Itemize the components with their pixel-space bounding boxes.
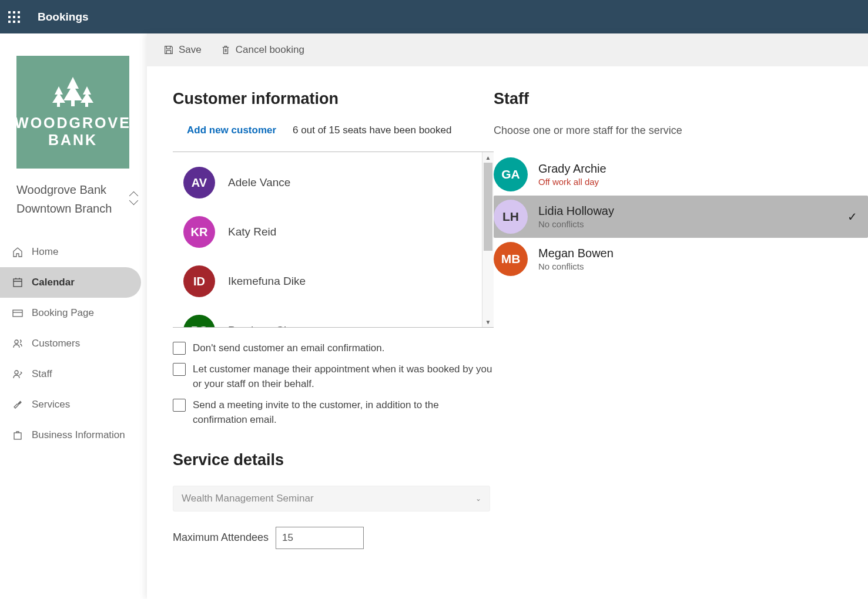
calendar-icon — [12, 277, 24, 288]
svg-rect-5 — [85, 103, 88, 107]
customer-list: AVAdele VanceKRKaty ReidIDIkemefuna Dike… — [173, 152, 494, 328]
brand-line-1: WOODGROVE — [15, 115, 131, 132]
brand-line-2: BANK — [48, 132, 98, 149]
home-icon — [12, 246, 24, 258]
nav-item-label: Home — [32, 246, 58, 258]
staff-name: Megan Bowen — [538, 247, 857, 260]
app-title: Bookings — [38, 11, 89, 23]
chevron-down-icon: ⌄ — [475, 494, 481, 503]
customer-list-scrollbar[interactable]: ▲ ▼ — [482, 152, 494, 327]
booking-page-icon — [12, 307, 24, 319]
staff-status: No conflicts — [538, 219, 837, 229]
business-info-icon — [12, 429, 24, 441]
nav-item-label: Staff — [32, 368, 52, 380]
customer-avatar: PC — [183, 315, 215, 327]
service-details-title: Service details — [173, 451, 494, 469]
customer-avatar: KR — [183, 216, 215, 248]
staff-subtext: Choose one or more staff for the service — [494, 124, 868, 137]
service-select-value: Wealth Management Seminar — [182, 493, 314, 504]
svg-rect-4 — [57, 103, 60, 107]
staff-status: Off work all day — [538, 177, 857, 187]
save-button[interactable]: Save — [163, 44, 202, 56]
trash-icon — [220, 45, 231, 55]
nav: HomeCalendarBooking PageCustomersStaffSe… — [0, 237, 147, 450]
customer-name: Prashant Chourey — [228, 324, 318, 327]
nav-item-home[interactable]: Home — [0, 237, 147, 267]
checkbox-let-manage[interactable] — [173, 363, 186, 376]
checkbox-send-invite[interactable] — [173, 399, 186, 412]
checkbox-send-invite-label: Send a meeting invite to the customer, i… — [193, 398, 494, 428]
checkbox-let-manage-label: Let customer manage their appointment wh… — [193, 362, 494, 392]
app-launcher-icon[interactable] — [8, 11, 20, 23]
svg-rect-6 — [14, 279, 22, 287]
toolbar: Save Cancel booking — [147, 33, 868, 66]
nav-item-services[interactable]: Services — [0, 389, 147, 420]
customer-avatar: AV — [183, 167, 215, 198]
customers-icon — [12, 338, 24, 349]
save-label: Save — [179, 44, 202, 56]
service-select[interactable]: Wealth Management Seminar ⌄ — [173, 486, 490, 511]
svg-marker-2 — [81, 86, 93, 103]
staff-status: No conflicts — [538, 261, 857, 271]
staff-title: Staff — [494, 90, 868, 108]
services-icon — [12, 399, 24, 410]
business-switcher[interactable]: Woodgrove Bank Downtown Branch — [0, 169, 147, 226]
staff-name: Lidia Holloway — [538, 204, 837, 218]
cancel-booking-label: Cancel booking — [236, 44, 304, 56]
scroll-up-icon[interactable]: ▲ — [482, 152, 494, 163]
business-logo: WOODGROVE BANK — [16, 56, 129, 169]
nav-item-label: Customers — [32, 338, 80, 349]
save-icon — [163, 45, 174, 55]
customer-avatar: ID — [183, 265, 215, 297]
max-attendees-label: Maximum Attendees — [173, 531, 269, 544]
trees-icon — [43, 76, 102, 111]
staff-avatar: MB — [494, 242, 528, 276]
business-name-line1: Woodgrove Bank — [16, 180, 112, 199]
scroll-thumb[interactable] — [484, 163, 492, 251]
staff-icon — [12, 368, 24, 380]
svg-rect-7 — [13, 310, 22, 317]
add-customer-link[interactable]: Add new customer — [187, 124, 276, 136]
staff-list: GAGrady ArchieOff work all dayLHLidia Ho… — [494, 153, 868, 280]
nav-item-booking-page[interactable]: Booking Page — [0, 298, 147, 328]
staff-avatar: LH — [494, 200, 528, 234]
svg-rect-3 — [71, 100, 75, 106]
svg-point-8 — [15, 340, 18, 344]
checkmark-icon: ✓ — [847, 210, 857, 224]
customer-name: Katy Reid — [228, 226, 276, 238]
checkbox-no-email-label: Don't send customer an email confirmatio… — [193, 341, 494, 356]
nav-item-label: Services — [32, 399, 70, 410]
customer-row[interactable]: AVAdele Vance — [183, 158, 476, 207]
customer-name: Adele Vance — [228, 176, 290, 189]
staff-row[interactable]: MBMegan BowenNo conflicts — [494, 238, 868, 280]
nav-item-label: Business Information — [32, 429, 125, 441]
customer-info-title: Customer information — [173, 90, 494, 108]
seat-status: 6 out of 15 seats have been booked — [293, 124, 451, 136]
sidebar: WOODGROVE BANK Woodgrove Bank Downtown B… — [0, 33, 147, 599]
nav-item-staff[interactable]: Staff — [0, 359, 147, 389]
nav-item-business-info[interactable]: Business Information — [0, 420, 147, 450]
scroll-down-icon[interactable]: ▼ — [482, 317, 494, 327]
staff-avatar: GA — [494, 157, 528, 191]
nav-item-label: Calendar — [32, 277, 75, 288]
main-panel: Save Cancel booking Customer information… — [147, 33, 868, 599]
svg-rect-10 — [14, 433, 21, 439]
customer-row[interactable]: KRKaty Reid — [183, 207, 476, 257]
customer-row[interactable]: PCPrashant Chourey — [183, 306, 476, 327]
customer-row[interactable]: IDIkemefuna Dike — [183, 257, 476, 306]
customer-name: Ikemefuna Dike — [228, 275, 306, 288]
svg-marker-1 — [52, 86, 65, 103]
svg-marker-0 — [63, 77, 82, 100]
business-name-line2: Downtown Branch — [16, 199, 112, 218]
chevron-updown-icon — [128, 193, 141, 206]
cancel-booking-button[interactable]: Cancel booking — [220, 44, 304, 56]
staff-row[interactable]: GAGrady ArchieOff work all day — [494, 153, 868, 196]
checkbox-no-email[interactable] — [173, 342, 186, 355]
nav-item-label: Booking Page — [32, 307, 94, 319]
nav-item-customers[interactable]: Customers — [0, 328, 147, 359]
staff-row[interactable]: LHLidia HollowayNo conflicts✓ — [494, 196, 868, 238]
svg-point-9 — [15, 371, 18, 374]
topbar: Bookings — [0, 0, 868, 33]
max-attendees-input[interactable] — [276, 527, 364, 549]
nav-item-calendar[interactable]: Calendar — [0, 267, 141, 298]
